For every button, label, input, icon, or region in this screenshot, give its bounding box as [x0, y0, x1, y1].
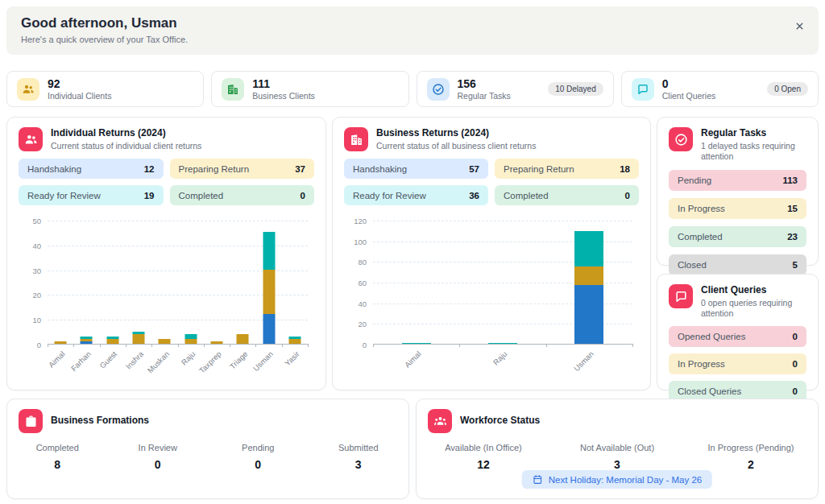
individual-clients-icon: [17, 78, 39, 101]
panel-subtitle: 1 delayed tasks requiring attention: [701, 141, 806, 163]
x-axis-tick-label: Muskan: [146, 349, 171, 374]
query-row-opened: Opened Queries 0: [669, 326, 806, 347]
x-axis-tickmark: [255, 344, 256, 347]
bar-segment: [574, 285, 603, 344]
close-button[interactable]: [791, 18, 807, 34]
regular-tasks-icon: [669, 127, 693, 151]
x-axis-tickmark: [73, 344, 74, 347]
panel-client-queries: Client Queries 0 open queries requiring …: [657, 274, 819, 390]
x-axis-tickmark: [282, 344, 283, 347]
check-circle-icon: [427, 78, 450, 101]
business-returns-chart: AimalRajuUsman020406080100120: [344, 213, 641, 380]
x-axis-tickmark: [632, 344, 633, 347]
bar-segment: [574, 231, 603, 266]
formation-stat-pending: Pending 0: [208, 443, 309, 471]
status-chip-handshaking: Handshaking 12: [19, 159, 164, 179]
stat-label: Individual Clients: [48, 91, 111, 101]
close-icon: [794, 21, 805, 31]
x-axis-tickmark: [308, 344, 309, 347]
stat-value: 111: [252, 77, 315, 90]
y-axis-tick-label: 30: [19, 266, 41, 275]
workforce-stat-in-progress: In Progress (Pending) 2: [684, 443, 818, 471]
bar-segment: [106, 339, 118, 344]
formation-stat-in-review: In Review 0: [108, 443, 209, 471]
x-axis-tickmark: [100, 344, 101, 347]
stat-label: Regular Tasks: [458, 91, 511, 101]
panel-business-returns: Business Returns (2024) Current status o…: [332, 117, 651, 390]
bar-segment: [263, 314, 275, 344]
x-axis-tickmark: [459, 344, 460, 347]
bar-raju: [488, 343, 517, 344]
x-axis-tick-label: Aimal: [403, 349, 423, 370]
x-axis-tickmark: [204, 344, 205, 347]
bar-segment: [81, 341, 93, 344]
x-axis-tickmark: [373, 344, 374, 347]
individual-returns-icon: [19, 127, 43, 151]
x-axis-tickmark: [151, 344, 152, 347]
bar-segment: [159, 339, 171, 344]
stat-card-client-queries[interactable]: 0 Client Queries 0 Open: [621, 71, 819, 107]
business-returns-icon: [344, 127, 368, 151]
dashboard: Good afternoon, Usman Here's a quick ove…: [0, 0, 825, 504]
open-badge: 0 Open: [767, 82, 808, 96]
y-axis-tick-label: 60: [344, 279, 367, 287]
y-axis-tick-label: 0: [19, 341, 41, 349]
stat-card-business-clients[interactable]: 111 Business Clients: [211, 71, 408, 107]
x-axis-tick-label: Raju: [491, 349, 509, 367]
chat-icon: [632, 78, 654, 101]
bar-yasir: [288, 337, 301, 344]
panel-workforce-status: Workforce Status Available (In Office) 1…: [416, 399, 819, 499]
x-axis-tick-label: Usman: [572, 349, 595, 373]
x-axis-tick-label: Usman: [251, 349, 275, 373]
panel-title: Individual Returns (2024): [51, 127, 201, 140]
stat-value: 156: [458, 77, 511, 90]
bar-inshra: [133, 332, 145, 344]
right-column: Regular Tasks 1 delayed tasks requiring …: [657, 117, 819, 390]
y-axis-tick-label: 20: [344, 320, 367, 328]
stat-card-regular-tasks[interactable]: 156 Regular Tasks 10 Delayed: [417, 71, 614, 107]
bar-segment: [402, 343, 431, 344]
panel-title: Client Queries: [701, 284, 806, 297]
panel-subtitle: 0 open queries requiring attention: [701, 298, 806, 320]
x-axis-tickmark: [230, 344, 230, 347]
x-axis-tick-label: Triage: [227, 349, 249, 371]
y-axis-tick-label: 80: [344, 258, 367, 266]
query-row-in-progress: In Progress 0: [669, 353, 806, 374]
bar-segment: [288, 339, 301, 344]
status-chip-handshaking: Handshaking 57: [344, 159, 488, 179]
stat-value: 92: [48, 77, 111, 90]
x-axis-tick-label: Farhan: [69, 349, 93, 373]
bar-muskan: [159, 339, 171, 344]
bar-segment: [237, 334, 249, 344]
status-chip-ready: Ready for Review 36: [344, 185, 488, 205]
business-clients-icon: [222, 78, 244, 101]
task-row-in-progress: In Progress 15: [669, 198, 806, 219]
stat-card-individual-clients[interactable]: 92 Individual Clients: [6, 71, 204, 107]
workforce-icon: [428, 409, 452, 433]
bar-segment: [263, 270, 275, 314]
task-row-completed: Completed 23: [669, 226, 806, 247]
panel-individual-returns: Individual Returns (2024) Current status…: [6, 117, 326, 390]
panel-business-formations: Business Formations Completed 8 In Revie…: [6, 399, 409, 499]
y-axis-tick-label: 50: [19, 217, 41, 225]
workforce-stat-available: Available (In Office) 12: [417, 443, 550, 471]
y-axis-tick-label: 40: [19, 242, 41, 250]
bar-farhan: [81, 337, 93, 344]
y-axis-tick-label: 100: [344, 238, 367, 246]
status-chip-preparing: Preparing Return 18: [495, 159, 639, 179]
task-row-closed: Closed 5: [669, 254, 806, 275]
bar-aimal: [55, 341, 67, 344]
page-title: Good afternoon, Usman: [21, 15, 804, 31]
y-axis-tick-label: 120: [344, 217, 367, 225]
y-axis-tick-label: 0: [344, 341, 367, 349]
panel-title: Regular Tasks: [701, 127, 806, 140]
stat-label: Client Queries: [662, 91, 716, 101]
x-axis-tick-label: Guest: [98, 349, 119, 370]
gridline: [48, 221, 308, 221]
bottom-row: Business Formations Completed 8 In Revie…: [6, 399, 819, 499]
panel-subtitle: Current status of individual client retu…: [51, 141, 201, 152]
stat-value: 0: [662, 77, 716, 90]
plot-area: AimalRajuUsman: [373, 221, 632, 345]
formation-stat-completed: Completed 8: [7, 443, 108, 471]
y-axis-tick-label: 20: [19, 291, 41, 300]
